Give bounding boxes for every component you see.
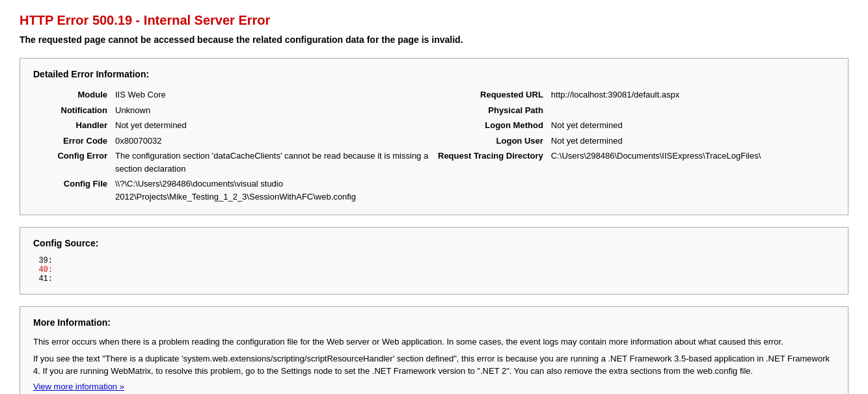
row-label: Module [33, 87, 111, 103]
row-label: Error Code [33, 133, 111, 149]
more-info-link[interactable]: View more information » [33, 382, 124, 391]
config-line-number: 40: [33, 265, 59, 274]
config-source-title: Config Source: [33, 238, 835, 248]
config-line: 41: [33, 274, 835, 283]
more-info-title: More Information: [33, 317, 835, 328]
table-row: Requested URL http://localhost:39081/def… [434, 87, 835, 103]
error-left-table: Module IIS Web Core Notification Unknown… [33, 87, 434, 204]
row-value: Unknown [111, 103, 434, 118]
row-value [547, 103, 835, 118]
table-row: Error Code 0x80070032 [33, 133, 434, 149]
row-label: Requested URL [434, 87, 547, 103]
row-value: \\?\C:\Users\298486\documents\visual stu… [111, 176, 434, 204]
error-right-table: Requested URL http://localhost:39081/def… [434, 87, 835, 164]
row-label: Config File [33, 176, 111, 204]
row-value: Not yet determined [547, 118, 835, 133]
row-label: Config Error [33, 148, 111, 176]
table-row: Logon User Not yet determined [434, 133, 835, 149]
page-subtitle: The requested page cannot be accessed be… [20, 34, 848, 45]
row-value: Not yet determined [547, 133, 835, 149]
row-label: Handler [33, 118, 111, 133]
detailed-error-title: Detailed Error Information: [33, 69, 835, 79]
more-info-section: More Information: This error occurs when… [20, 306, 848, 394]
error-right-column: Requested URL http://localhost:39081/def… [434, 87, 835, 204]
row-value: 0x80070032 [111, 133, 434, 149]
row-label: Notification [33, 103, 111, 118]
table-row: Physical Path [434, 103, 835, 118]
table-row: Config File \\?\C:\Users\298486\document… [33, 176, 434, 204]
table-row: Request Tracing Directory C:\Users\29848… [434, 148, 835, 164]
more-info-paragraph2: If you see the text "There is a duplicat… [33, 352, 835, 378]
config-line-number: 39: [33, 256, 59, 265]
config-lines: 39: 40: 41: [33, 256, 835, 283]
page-title: HTTP Error 500.19 - Internal Server Erro… [20, 13, 848, 28]
row-value: IIS Web Core [111, 87, 434, 103]
row-value: http://localhost:39081/default.aspx [547, 87, 835, 103]
row-label: Physical Path [434, 103, 547, 118]
config-source-section: Config Source: 39: 40: 41: [20, 227, 848, 295]
table-row: Config Error The configuration section '… [33, 148, 434, 176]
more-info-paragraph1: This error occurs when there is a proble… [33, 335, 835, 348]
table-row: Handler Not yet determined [33, 118, 434, 133]
config-line: 39: [33, 256, 835, 265]
table-row: Logon Method Not yet determined [434, 118, 835, 133]
row-label: Logon User [434, 133, 547, 149]
row-value: Not yet determined [111, 118, 434, 133]
config-line-number: 41: [33, 274, 59, 283]
row-label: Request Tracing Directory [434, 148, 547, 164]
config-line: 40: [33, 265, 835, 274]
row-value: The configuration section 'dataCacheClie… [111, 148, 434, 176]
table-row: Notification Unknown [33, 103, 434, 118]
row-value: C:\Users\298486\Documents\IISExpress\Tra… [547, 148, 835, 164]
detailed-error-section: Detailed Error Information: Module IIS W… [20, 58, 848, 215]
table-row: Module IIS Web Core [33, 87, 434, 103]
row-label: Logon Method [434, 118, 547, 133]
error-left-column: Module IIS Web Core Notification Unknown… [33, 87, 434, 204]
